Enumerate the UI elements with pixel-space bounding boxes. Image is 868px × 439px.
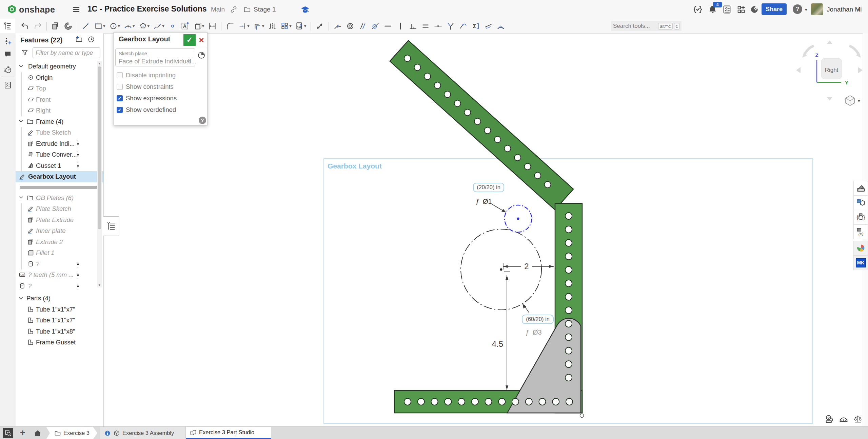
tube-hole[interactable] (498, 398, 505, 405)
document-title[interactable]: 1C - Practice Exercise Solutions (87, 4, 207, 14)
tube-hole[interactable] (565, 213, 572, 219)
scroll-up-icon[interactable]: ▲ (97, 62, 102, 65)
chevron-down-icon[interactable] (18, 118, 24, 124)
feature-row-gb-plates-6[interactable]: GB Plates (6) (16, 193, 103, 204)
onshape-logo-icon[interactable] (7, 4, 17, 14)
line-tool[interactable] (82, 22, 91, 31)
rectangle-caret-icon[interactable]: ▾ (103, 23, 105, 28)
diameter-label-2[interactable]: Ø3 (533, 328, 542, 336)
checked-checkbox-icon[interactable]: ✓ (117, 95, 123, 101)
view-cube[interactable]: Right Z Y ▾ (796, 40, 863, 106)
feature-row-tube-conver[interactable]: Tube Conver... (16, 149, 103, 160)
checkbox-show-overdefined[interactable]: ✓Show overdefined (117, 106, 176, 114)
avatar[interactable] (811, 3, 823, 15)
tube-hole[interactable] (565, 266, 572, 273)
chevron-down-icon[interactable] (18, 295, 24, 301)
tube-hole[interactable] (431, 398, 438, 405)
feature-row-frame-4[interactable]: Frame (4) (16, 116, 103, 127)
tube-hole[interactable] (404, 398, 411, 405)
learning-center-icon[interactable] (750, 5, 760, 14)
clear-selection-icon[interactable]: × (188, 57, 191, 64)
configurations-panel-tab[interactable] (853, 195, 868, 210)
spline-tool[interactable]: ▾ (153, 22, 164, 31)
tube-hole[interactable] (526, 398, 532, 405)
home-tab-icon[interactable] (33, 429, 42, 438)
help-caret-icon[interactable]: ▾ (805, 7, 807, 12)
workspace-name[interactable]: Stage 1 (254, 6, 276, 13)
tube-hole[interactable] (565, 347, 572, 354)
rotate-left-face-arrow[interactable] (796, 67, 801, 73)
sketch-plane-field[interactable]: Sketch plane Face of Extrude Individual.… (115, 48, 195, 66)
comment-button[interactable] (4, 50, 12, 58)
equal-tool[interactable] (421, 22, 430, 31)
feature-row-inner-plate[interactable]: Inner plate (16, 225, 103, 237)
tube-hole[interactable] (472, 398, 478, 405)
dxf-dwg-tool[interactable]: DXF▾ (295, 22, 307, 31)
rotate-left-arrow[interactable] (804, 46, 814, 55)
feature-row-plate-sketch[interactable]: Plate Sketch (16, 203, 103, 215)
tube-hole[interactable] (512, 398, 519, 405)
polygon-caret-icon[interactable]: ▾ (147, 23, 150, 28)
tab-exercise-3-assembly[interactable]: Exercise 3 Assembly (100, 427, 186, 439)
part-row[interactable]: Tube 1"x1"x8" (16, 326, 103, 337)
feature-row-plate-extrude[interactable]: Plate Extrude (16, 215, 103, 226)
horizontal-tool[interactable] (383, 22, 392, 31)
offset-tool[interactable]: ▾ (253, 22, 264, 31)
custom-features-panel-tab[interactable]: {} (853, 210, 868, 225)
tasks-icon[interactable] (722, 5, 732, 14)
diameter-label-1[interactable]: Ø1 (483, 198, 492, 205)
face-caret-icon[interactable]: ▾ (202, 23, 204, 28)
part-row[interactable]: Tube 1"x1"x7" (16, 304, 103, 315)
part-row[interactable]: Tube 1"x1"x7" (16, 315, 103, 326)
concentric-tool[interactable] (346, 22, 355, 31)
link-icon[interactable] (230, 6, 237, 13)
rotate-down-arrow[interactable] (827, 97, 832, 101)
view-mode-caret-icon[interactable]: ▾ (858, 98, 860, 103)
add-tangent-tool[interactable] (333, 22, 342, 31)
rotate-right-face-arrow[interactable] (858, 67, 863, 73)
feature-row-top[interactable]: Top (16, 83, 103, 94)
sketch-region-label[interactable]: Gearbox Layout (328, 162, 382, 170)
ins-feature-button[interactable] (4, 37, 12, 45)
defer-rebuild-icon[interactable] (197, 51, 205, 59)
rollback-bar[interactable] (20, 186, 99, 189)
dimension-4-5-value[interactable]: 4.5 (492, 339, 503, 348)
dialog-help-icon[interactable]: ? (199, 117, 206, 124)
dialog-cancel-button[interactable]: × (197, 34, 206, 46)
search-tools[interactable]: Search tools... alt/⌥ c (611, 21, 682, 31)
checkbox-disable-imprinting[interactable]: Disable imprinting (117, 72, 176, 79)
point-tool[interactable] (168, 22, 177, 31)
app-pinwheel-tab[interactable] (853, 241, 868, 256)
rotate-right-arrow[interactable] (849, 46, 859, 55)
feature-row-fillet-1[interactable]: Fillet 1 (16, 247, 103, 259)
fillet-tool[interactable] (226, 22, 235, 31)
dimension-2-value[interactable]: 2 (524, 262, 529, 271)
face-tool[interactable]: ▾ (193, 22, 204, 31)
tube-hole[interactable] (566, 398, 573, 405)
tube-hole[interactable] (565, 361, 572, 367)
parallel-tool[interactable] (358, 22, 367, 31)
tube-hole[interactable] (565, 253, 572, 260)
transform-tool[interactable] (315, 22, 324, 31)
dimension-tool[interactable] (208, 22, 217, 31)
selected-circle-center[interactable] (517, 218, 519, 220)
tube-hole[interactable] (418, 398, 425, 405)
tube-hole[interactable] (565, 240, 572, 246)
versions-icon[interactable] (693, 5, 703, 14)
curvature-tool[interactable] (496, 22, 505, 31)
feature-row-right[interactable]: Right (16, 105, 103, 116)
redo-tool[interactable] (33, 22, 42, 31)
feature-row-gearbox-layout[interactable]: Gearbox Layout (16, 171, 103, 182)
unchecked-checkbox-icon[interactable] (117, 84, 123, 90)
rectangle-tool[interactable]: ▾ (94, 22, 105, 31)
tube-hole[interactable] (565, 374, 572, 381)
rollback-history-icon[interactable] (87, 36, 95, 43)
document-menu-icon[interactable] (72, 5, 80, 14)
appearance-panel-tab[interactable] (853, 181, 868, 196)
expression-bubble-2-text[interactable]: (60/20) in (526, 316, 550, 322)
pattern-caret-icon[interactable]: ▾ (289, 23, 292, 28)
protractor-icon[interactable] (839, 414, 848, 424)
undo-tool[interactable] (21, 22, 29, 31)
feature-row-teeth-5-mm[interactable]: CB? teeth (5 mm ... (16, 270, 103, 281)
part-row[interactable]: Frame Gusset (16, 337, 103, 348)
